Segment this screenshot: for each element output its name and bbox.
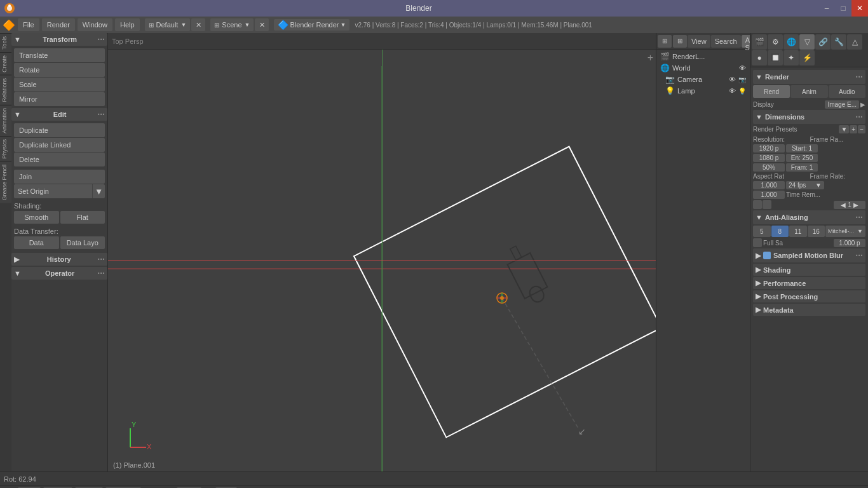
width-val[interactable]: 1920 p <box>753 144 785 152</box>
props-tab-particles[interactable]: ✦ <box>783 50 799 65</box>
props-tab-render[interactable]: 🎬 <box>752 34 767 50</box>
join-btn[interactable]: Join <box>14 170 105 184</box>
props-tab-physics[interactable]: ⚡ <box>799 50 815 65</box>
props-tab-object[interactable]: ▽ <box>799 34 815 50</box>
checkbox-2[interactable] <box>763 200 771 209</box>
edit-section-header[interactable]: ▼ Edit ··· <box>11 108 107 121</box>
aa-8-btn[interactable]: 8 <box>771 226 789 237</box>
presets-remove[interactable]: − <box>858 125 865 133</box>
outliner-icon-btn-2[interactable]: ⊞ <box>673 35 687 48</box>
anim-tab[interactable]: Anim <box>790 85 827 98</box>
layout-add-btn[interactable]: ✕ <box>191 18 205 31</box>
sampled-motion-header[interactable]: ▶ Sampled Motion Blur ··· <box>753 248 865 262</box>
shading-props-header[interactable]: ▶ Shading <box>753 264 865 276</box>
tab-animation[interactable]: Animation <box>0 105 11 136</box>
aspect-x-val[interactable]: 1.000 <box>753 181 785 189</box>
lamp-eye-icon[interactable]: 👁 <box>729 87 736 95</box>
presets-add[interactable]: + <box>850 125 857 133</box>
scale-val[interactable]: 50% <box>753 163 785 172</box>
aa-section-header[interactable]: ▼ Anti-Aliasing ··· <box>753 210 865 224</box>
sampled-motion-checkbox[interactable] <box>763 252 771 259</box>
tab-grease-pencil[interactable]: Grease Pencil <box>0 161 11 203</box>
operator-section-header[interactable]: ▼ Operator ··· <box>11 267 107 280</box>
display-arrow[interactable]: ▶ <box>860 101 865 108</box>
aa-16-btn[interactable]: 16 <box>808 226 825 237</box>
height-val[interactable]: 1080 p <box>753 154 785 162</box>
end-val[interactable]: En: 250 <box>786 154 818 162</box>
props-tab-constraints[interactable]: 🔗 <box>815 34 831 50</box>
performance-header[interactable]: ▶ Performance <box>753 277 865 289</box>
add-view-button[interactable]: + <box>648 52 653 64</box>
delete-btn[interactable]: Delete <box>14 152 105 166</box>
scale-btn[interactable]: Scale <box>14 78 105 92</box>
camera-restrict-icon[interactable]: 📷 <box>738 76 746 83</box>
outliner-world[interactable]: 🌐 World 👁 <box>658 62 749 74</box>
props-tab-data[interactable]: △ <box>847 34 862 50</box>
rend-tab[interactable]: Rend <box>753 85 790 98</box>
search-tab[interactable]: Search <box>711 35 741 48</box>
props-tab-modifiers[interactable]: 🔧 <box>831 34 846 50</box>
viewport[interactable]: Top Persp <box>108 33 656 471</box>
render-section-header[interactable]: ▼ Render ··· <box>753 70 865 84</box>
close-button[interactable]: ✕ <box>851 0 868 17</box>
set-origin-dropdown[interactable]: ▼ <box>92 184 105 198</box>
camera-eye-icon[interactable]: 👁 <box>729 76 736 83</box>
aa-5-btn[interactable]: 5 <box>753 226 771 237</box>
dimensions-section-header[interactable]: ▼ Dimensions ··· <box>753 110 865 124</box>
minimize-button[interactable]: – <box>818 0 835 17</box>
image-e-val[interactable]: Image E... <box>825 100 859 109</box>
scene-remove-btn[interactable]: ✕ <box>255 18 269 31</box>
maximize-button[interactable]: □ <box>835 0 851 17</box>
outliner-icon-btn-1[interactable]: ⊞ <box>658 35 672 48</box>
world-eye-icon[interactable]: 👁 <box>739 64 746 72</box>
post-processing-header[interactable]: ▶ Post Processing <box>753 290 865 302</box>
duplicate-btn[interactable]: Duplicate <box>14 123 105 137</box>
checkbox-1[interactable] <box>753 200 762 209</box>
duplicate-linked-btn[interactable]: Duplicate Linked <box>14 138 105 152</box>
full-sa-val[interactable]: 1.000 p <box>834 239 865 247</box>
tab-physics[interactable]: Physics <box>0 136 11 161</box>
full-sa-checkbox[interactable] <box>753 238 762 247</box>
render-engine-selector[interactable]: 🔷 Blender Render ▼ <box>274 19 349 30</box>
history-section-header[interactable]: ▶ History ··· <box>11 253 107 266</box>
screen-layout-selector[interactable]: ⊞ Default ▼ <box>145 18 191 31</box>
rotate-btn[interactable]: Rotate <box>14 63 105 77</box>
mitchell-select[interactable]: Mitchell-... ▼ <box>825 226 865 237</box>
help-menu[interactable]: Help <box>115 18 140 31</box>
data-layo-btn[interactable]: Data Layo <box>60 236 105 249</box>
tab-tools[interactable]: Tools <box>0 33 11 52</box>
file-menu[interactable]: File <box>18 18 39 31</box>
lamp-restrict-icon[interactable]: 💡 <box>738 88 746 95</box>
props-tab-texture[interactable]: 🔲 <box>768 50 783 65</box>
mirror-btn[interactable]: Mirror <box>14 92 105 106</box>
frame-val[interactable]: Fram: 1 <box>786 163 818 172</box>
presets-dropdown[interactable]: ▼ <box>839 125 849 133</box>
scene-selector[interactable]: ⊞ Scene ▼ <box>210 18 254 31</box>
set-origin-btn[interactable]: Set Origin <box>14 184 92 198</box>
tab-relations[interactable]: Relations <box>0 75 11 105</box>
viewport-canvas[interactable]: ↙ Y X (1) Plane.001 + <box>108 50 656 471</box>
outliner-lamp[interactable]: 💡 Lamp 👁 💡 <box>658 85 749 97</box>
tab-create[interactable]: Create <box>0 52 11 75</box>
data-btn[interactable]: Data <box>14 236 59 249</box>
aa-11-btn[interactable]: 11 <box>789 226 807 237</box>
transform-section-header[interactable]: ▼ Transform ··· <box>11 33 107 46</box>
render-menu[interactable]: Render <box>42 18 75 31</box>
translate-btn[interactable]: Translate <box>14 48 105 62</box>
aspect-y-val[interactable]: 1.000 <box>753 191 785 199</box>
start-val[interactable]: Start: 1 <box>786 144 818 152</box>
smooth-btn[interactable]: Smooth <box>14 211 59 224</box>
blender-icon[interactable]: 🔶 <box>3 19 15 31</box>
outliner-camera[interactable]: 📷 Camera 👁 📷 <box>658 74 749 85</box>
props-tab-material[interactable]: ● <box>752 50 767 65</box>
window-menu[interactable]: Window <box>78 18 112 31</box>
fps-select[interactable]: 24 fps ▼ <box>786 181 824 189</box>
metadata-header[interactable]: ▶ Metadata <box>753 304 865 316</box>
view-tab[interactable]: View <box>688 35 710 48</box>
props-tab-scene[interactable]: ⚙ <box>768 34 783 50</box>
props-tab-world[interactable]: 🌐 <box>783 34 799 50</box>
flat-btn[interactable]: Flat <box>60 211 105 224</box>
audio-tab[interactable]: Audio <box>829 85 865 98</box>
time-val[interactable]: ◀ 1 ▶ <box>834 201 865 209</box>
outliner-renderlayer[interactable]: 🎬 RenderL... <box>658 51 749 62</box>
